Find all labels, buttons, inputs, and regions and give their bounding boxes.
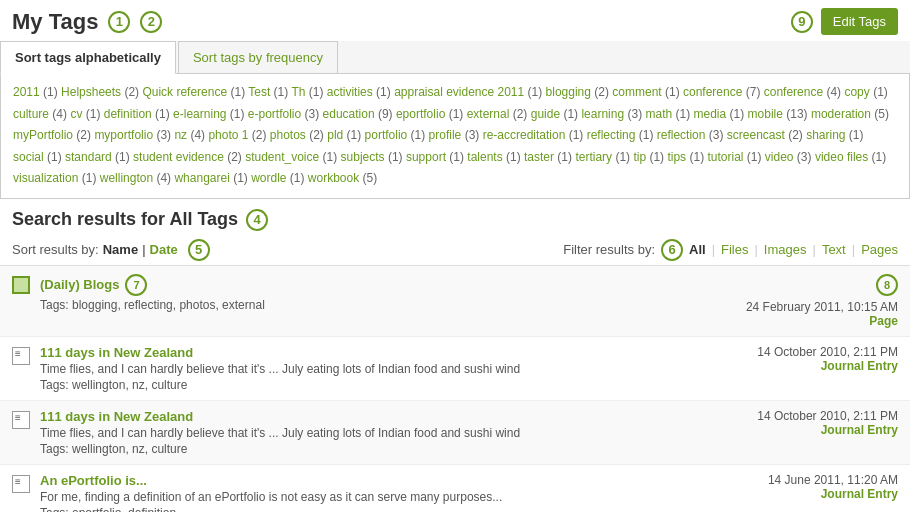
result-type: Journal Entry: [821, 359, 898, 373]
tag-link[interactable]: photos: [270, 128, 306, 142]
tag-link[interactable]: whangarei: [174, 171, 229, 185]
tag-link[interactable]: video: [765, 150, 794, 164]
tag-link[interactable]: education: [323, 107, 375, 121]
result-content: 111 days in New Zealand Time flies, and …: [40, 409, 700, 456]
tag-link[interactable]: activities: [327, 85, 373, 99]
tag-link[interactable]: student evidence: [133, 150, 224, 164]
tag-link[interactable]: visualization: [13, 171, 78, 185]
result-content: An ePortfolio is... For me, finding a de…: [40, 473, 700, 512]
tag-count: (2): [306, 128, 324, 142]
tag-count: (1): [40, 85, 58, 99]
tag-link[interactable]: moderation: [811, 107, 871, 121]
tag-link[interactable]: comment: [612, 85, 661, 99]
result-tags: Tags: wellington, nz, culture: [40, 442, 700, 456]
tag-count: (3): [301, 107, 319, 121]
filter-images[interactable]: Images: [764, 242, 807, 257]
tag-link[interactable]: taster: [524, 150, 554, 164]
tag-link[interactable]: tertiary: [575, 150, 612, 164]
tag-link[interactable]: e-learning: [173, 107, 226, 121]
tag-link[interactable]: copy: [844, 85, 869, 99]
edit-tags-button[interactable]: Edit Tags: [821, 8, 898, 35]
tag-link[interactable]: definition: [104, 107, 152, 121]
tag-count: (7): [742, 85, 760, 99]
tag-count: (1): [646, 150, 664, 164]
filter-files[interactable]: Files: [721, 242, 748, 257]
tag-count: (3): [794, 150, 812, 164]
tag-link[interactable]: Quick reference: [142, 85, 227, 99]
tag-link[interactable]: subjects: [341, 150, 385, 164]
tag-link[interactable]: support: [406, 150, 446, 164]
tag-link[interactable]: student_voice: [245, 150, 319, 164]
tag-link[interactable]: wellington: [100, 171, 153, 185]
tag-count: (1): [554, 150, 572, 164]
filter-pages[interactable]: Pages: [861, 242, 898, 257]
tab-sort-frequency[interactable]: Sort tags by frequency: [178, 41, 338, 73]
tag-link[interactable]: tutorial: [707, 150, 743, 164]
tag-count: (3): [461, 128, 479, 142]
tag-link[interactable]: media: [694, 107, 727, 121]
pipe-1: |: [712, 242, 715, 257]
result-title[interactable]: An ePortfolio is...: [40, 473, 147, 488]
tag-link[interactable]: external: [467, 107, 510, 121]
tag-count: (1): [846, 128, 864, 142]
tag-link[interactable]: conference: [764, 85, 823, 99]
tag-link[interactable]: portfolio: [365, 128, 408, 142]
tag-link[interactable]: reflection: [657, 128, 706, 142]
tag-link[interactable]: cv: [70, 107, 82, 121]
tag-link[interactable]: guide: [531, 107, 560, 121]
journal-icon: [12, 347, 32, 367]
tag-link[interactable]: screencast: [727, 128, 785, 142]
tag-link[interactable]: eportfolio: [396, 107, 445, 121]
tag-link[interactable]: mobile: [748, 107, 783, 121]
sort-by-name[interactable]: Name: [103, 242, 138, 257]
results-header: Search results for All Tags 4: [0, 199, 910, 235]
tag-link[interactable]: myPortfolio: [13, 128, 73, 142]
tag-link[interactable]: standard: [65, 150, 112, 164]
sort-by-date[interactable]: Date: [150, 242, 178, 257]
result-title[interactable]: 111 days in New Zealand: [40, 409, 193, 424]
tag-link[interactable]: myportfolio: [94, 128, 153, 142]
tag-count: (1): [446, 150, 464, 164]
tag-count: (4): [823, 85, 841, 99]
table-row: An ePortfolio is... For me, finding a de…: [0, 465, 910, 512]
tag-link[interactable]: conference: [683, 85, 742, 99]
tag-count: (1): [230, 171, 248, 185]
tag-link[interactable]: tips: [667, 150, 686, 164]
sort-filter-bar: Sort results by: Name | Date 5 Filter re…: [0, 235, 910, 266]
tag-link[interactable]: pld: [327, 128, 343, 142]
tag-count: (2): [73, 128, 91, 142]
tag-link[interactable]: nz: [174, 128, 187, 142]
tag-link[interactable]: talents: [467, 150, 502, 164]
tab-sort-alphabetically[interactable]: Sort tags alphabetically: [0, 41, 176, 74]
tag-count: (1): [662, 85, 680, 99]
tag-link[interactable]: Helpsheets: [61, 85, 121, 99]
tag-link[interactable]: math: [645, 107, 672, 121]
tag-link[interactable]: Test: [248, 85, 270, 99]
tag-link[interactable]: social: [13, 150, 44, 164]
tag-link[interactable]: learning: [581, 107, 624, 121]
tag-link[interactable]: video files: [815, 150, 868, 164]
tag-link[interactable]: e-portfolio: [248, 107, 301, 121]
pipe-4: |: [852, 242, 855, 257]
tag-count: (1): [870, 85, 888, 99]
tag-link[interactable]: culture: [13, 107, 49, 121]
tag-link[interactable]: profile: [429, 128, 462, 142]
tag-link[interactable]: wordle: [251, 171, 286, 185]
tag-link[interactable]: sharing: [806, 128, 845, 142]
filter-text[interactable]: Text: [822, 242, 846, 257]
tag-link[interactable]: photo 1: [208, 128, 248, 142]
tag-link[interactable]: 2011: [13, 85, 40, 99]
tag-link[interactable]: workbook: [308, 171, 359, 185]
filter-all[interactable]: All: [689, 242, 706, 257]
tag-link[interactable]: reflecting: [587, 128, 636, 142]
result-title[interactable]: (Daily) Blogs: [40, 277, 119, 292]
sort-bar-left: Sort results by: Name | Date 5: [12, 239, 210, 261]
tag-link[interactable]: re-accreditation: [483, 128, 566, 142]
tag-link[interactable]: tip: [633, 150, 646, 164]
result-title[interactable]: 111 days in New Zealand: [40, 345, 193, 360]
tag-link[interactable]: blogging: [546, 85, 591, 99]
result-content: 111 days in New Zealand Time flies, and …: [40, 345, 700, 392]
tag-link[interactable]: appraisal evidence 2011: [394, 85, 524, 99]
tag-count: (1): [524, 85, 542, 99]
tag-link[interactable]: Th: [291, 85, 305, 99]
